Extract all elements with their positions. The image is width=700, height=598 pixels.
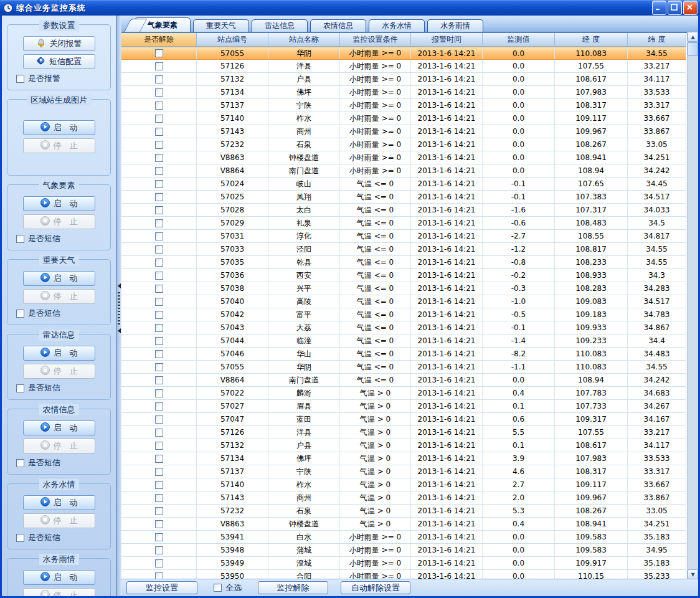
row-release-checkbox[interactable] [155,88,163,97]
tab-water-level[interactable]: 水务水情 [369,19,425,32]
vertical-scrollbar[interactable]: ▲ ▼ [687,32,698,579]
stop-button-regional-station-image[interactable]: 停 止 [23,138,95,153]
table-row[interactable]: 57028太白气温 <= 02013-1-6 14:21-1.6107.3173… [121,204,686,217]
tab-agri-info[interactable]: 农情信息 [310,19,366,32]
scroll-down-icon[interactable]: ▼ [688,569,698,579]
table-row[interactable]: 57025凤翔气温 <= 02013-1-6 14:21-0.1107.3833… [121,191,686,204]
row-release-checkbox[interactable] [155,546,163,554]
stop-button-important-weather[interactable]: 停 止 [23,289,95,304]
row-release-checkbox[interactable] [155,559,163,567]
splitter-handle[interactable] [116,282,121,335]
tab-water-rain[interactable]: 水务雨情 [427,19,483,32]
sidebar-splitter[interactable] [116,16,121,596]
table-row[interactable]: V8864南门盘道气温 <= 02013-1-6 14:210.0108.943… [121,374,686,387]
start-button-important-weather[interactable]: 启 动 [23,271,95,286]
sms-config-button[interactable]: 短信配置 [23,54,95,69]
row-release-checkbox[interactable] [155,376,163,384]
maximize-button[interactable] [668,1,682,15]
table-row[interactable]: 57042富平气温 <= 02013-1-6 14:21-0.5109.1833… [121,308,686,321]
row-release-checkbox[interactable] [155,298,163,306]
row-release-checkbox[interactable] [155,572,163,579]
row-release-checkbox[interactable] [155,206,163,214]
table-row[interactable]: 53941白水小时雨量 >= 02013-1-6 14:210.0109.583… [121,531,686,544]
table-row[interactable]: 57031淳化气温 <= 02013-1-6 14:21-2.7108.5534… [121,230,686,243]
row-release-checkbox[interactable] [155,389,163,397]
table-row[interactable]: 57024岐山气温 <= 02013-1-6 14:21-0.1107.6534… [121,178,686,191]
table-row[interactable]: 57027眉县气温 > 02013-1-6 14:210.1107.73334.… [121,400,686,413]
sms-checkbox-important-weather[interactable] [16,310,24,318]
sms-checkbox-weather-elements[interactable] [16,235,24,243]
stop-button-radar-info[interactable]: 停 止 [23,364,95,379]
monitor-set-button[interactable]: 监控设置 [126,581,197,594]
table-row[interactable]: V8864南门盘道小时雨量 >= 02013-1-6 14:210.0108.9… [121,164,686,178]
row-release-checkbox[interactable] [155,75,163,83]
table-row[interactable]: 57035乾县气温 <= 02013-1-6 14:21-0.8108.2333… [121,256,686,269]
row-release-checkbox[interactable] [155,219,163,227]
select-all-checkbox[interactable] [214,584,222,592]
table-row[interactable]: 57029礼泉气温 <= 02013-1-6 14:21-0.6108.4833… [121,217,686,230]
table-row[interactable]: V8863钟楼盘道小时雨量 >= 02013-1-6 14:210.0108.9… [121,151,686,164]
table-row[interactable]: 57140柞水气温 > 02013-1-6 14:212.7109.11733.… [121,478,686,491]
table-row[interactable]: 57022麟游气温 > 02013-1-6 14:210.4107.78334.… [121,387,686,400]
table-row[interactable]: 57055华阴气温 <= 02013-1-6 14:21-1.1110.0833… [121,361,686,374]
col-alarm-time[interactable]: 报警时间 [411,33,483,46]
row-release-checkbox[interactable] [155,363,163,371]
table-row[interactable]: 53948蒲城小时雨量 >= 02013-1-6 14:210.0109.583… [121,544,686,557]
row-release-checkbox[interactable] [155,259,163,267]
table-row[interactable]: 57047蓝田气温 > 02013-1-6 14:210.6109.31734.… [121,413,686,426]
table-row[interactable]: 57232石泉气温 > 02013-1-6 14:215.3108.26733.… [121,505,686,518]
row-release-checkbox[interactable] [155,481,163,489]
row-release-checkbox[interactable] [155,193,163,201]
monitor-release-button[interactable]: 监控解除 [258,581,328,594]
row-release-checkbox[interactable] [155,468,163,476]
sms-checkbox-water-level[interactable] [16,534,24,542]
table-row[interactable]: 57055华阴小时雨量 >= 02013-1-6 14:210.0110.083… [121,47,686,60]
row-release-checkbox[interactable] [155,324,163,332]
table-row[interactable]: 57143商州小时雨量 >= 02013-1-6 14:210.0109.967… [121,125,686,138]
table-row[interactable]: 57143商州气温 > 02013-1-6 14:212.0109.96733.… [121,491,686,505]
row-release-checkbox[interactable] [155,49,163,57]
row-release-checkbox[interactable] [155,507,163,515]
row-release-checkbox[interactable] [155,62,163,70]
row-release-checkbox[interactable] [155,311,163,319]
table-row[interactable]: 53950合阳小时雨量 >= 02013-1-6 14:210.0110.153… [121,570,686,579]
table-row[interactable]: 57134佛坪气温 > 02013-1-6 14:213.9107.98333.… [121,452,686,465]
row-release-checkbox[interactable] [155,337,163,345]
table-row[interactable]: 57132户县小时雨量 >= 02013-1-6 14:210.0108.617… [121,73,686,86]
col-release[interactable]: 是否解除 [121,33,197,46]
col-longitude[interactable]: 经 度 [555,33,628,46]
sms-checkbox-radar-info[interactable] [16,384,24,392]
start-button-regional-station-image[interactable]: 启 动 [23,120,95,135]
col-condition[interactable]: 监控设置条件 [340,33,411,46]
row-release-checkbox[interactable] [155,232,163,240]
col-station-id[interactable]: 站点编号 [197,33,268,46]
auto-release-set-button[interactable]: 自动解除设置 [341,581,410,594]
row-release-checkbox[interactable] [155,455,163,463]
stop-button-weather-elements[interactable]: 停 止 [23,214,95,229]
stop-button-water-level[interactable]: 停 止 [23,513,95,528]
scroll-up-icon[interactable]: ▲ [688,32,698,42]
title-bar[interactable]: 综合业务监控系统 [0,0,700,16]
close-alarm-button[interactable]: 关闭报警 [23,36,95,51]
row-release-checkbox[interactable] [155,115,163,123]
table-row[interactable]: 57126洋县小时雨量 >= 02013-1-6 14:210.0107.553… [121,60,686,73]
table-row[interactable]: 57040高陵气温 <= 02013-1-6 14:21-1.0109.0833… [121,295,686,308]
alarm-enabled-checkbox[interactable] [16,75,24,83]
start-button-weather-elements[interactable]: 启 动 [23,196,95,211]
row-release-checkbox[interactable] [155,402,163,411]
table-row[interactable]: 57140柞水小时雨量 >= 02013-1-6 14:210.0109.117… [121,112,686,125]
row-release-checkbox[interactable] [155,494,163,502]
start-button-radar-info[interactable]: 启 动 [23,346,95,361]
row-release-checkbox[interactable] [155,141,163,149]
row-release-checkbox[interactable] [155,429,163,437]
row-release-checkbox[interactable] [155,285,163,293]
table-row[interactable]: 57043大荔气温 <= 02013-1-6 14:21-0.1109.9333… [121,321,686,335]
row-release-checkbox[interactable] [155,272,163,280]
table-row[interactable]: 57137宁陕气温 > 02013-1-6 14:214.6108.31733.… [121,465,686,478]
row-release-checkbox[interactable] [155,128,163,136]
table-row[interactable]: 57046华山气温 <= 02013-1-6 14:21-8.2110.0833… [121,348,686,361]
sms-checkbox-agri-info[interactable] [16,459,24,467]
col-value[interactable]: 监测值 [483,33,555,46]
stop-button-water-rain[interactable]: 停 止 [23,588,95,596]
row-release-checkbox[interactable] [155,167,163,175]
